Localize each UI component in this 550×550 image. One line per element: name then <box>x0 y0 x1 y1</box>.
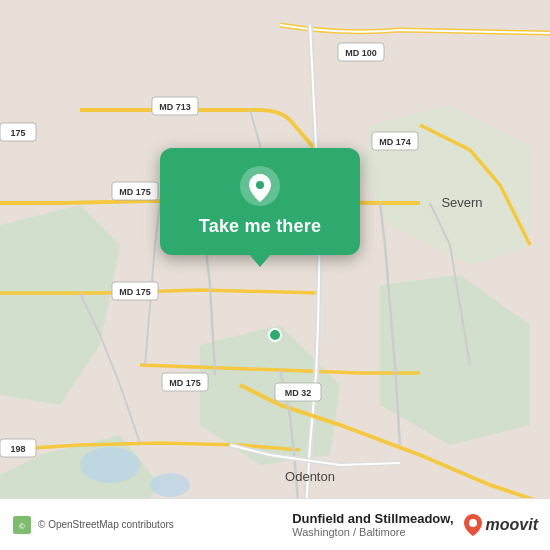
svg-marker-4 <box>380 275 530 445</box>
svg-text:MD 713: MD 713 <box>159 102 191 112</box>
svg-text:MD 175: MD 175 <box>169 378 201 388</box>
svg-text:MD 175: MD 175 <box>119 287 151 297</box>
svg-marker-0 <box>0 205 120 405</box>
svg-text:198: 198 <box>10 444 25 454</box>
attribution-section: © © OpenStreetMap contributors <box>12 515 292 535</box>
moovit-logo: moovit <box>464 514 538 536</box>
location-info: Dunfield and Stillmeadow, Washington / B… <box>292 511 453 538</box>
svg-point-5 <box>80 447 140 483</box>
svg-text:175: 175 <box>10 128 25 138</box>
attribution-text: © OpenStreetMap contributors <box>38 519 292 530</box>
map-svg: MD 100 MD 713 175 MD 174 MD 175 MD 175 M… <box>0 0 550 550</box>
svg-text:MD 100: MD 100 <box>345 48 377 58</box>
moovit-text: moovit <box>486 516 538 534</box>
map-container: MD 100 MD 713 175 MD 174 MD 175 MD 175 M… <box>0 0 550 550</box>
svg-text:MD 32: MD 32 <box>285 388 312 398</box>
location-pin-icon <box>238 164 282 208</box>
svg-text:Severn: Severn <box>441 195 482 210</box>
svg-text:MD 175: MD 175 <box>119 187 151 197</box>
moovit-pin-icon <box>464 514 482 536</box>
svg-text:MD 174: MD 174 <box>379 137 411 147</box>
svg-text:Odenton: Odenton <box>285 469 335 484</box>
location-sub: Washington / Baltimore <box>292 526 453 538</box>
svg-point-33 <box>469 519 477 527</box>
location-name: Dunfield and Stillmeadow, <box>292 511 453 526</box>
svg-point-30 <box>256 181 264 189</box>
svg-text:©: © <box>19 522 25 531</box>
osm-logo: © <box>12 515 32 535</box>
take-me-there-button[interactable]: Take me there <box>199 216 321 237</box>
popup-card: Take me there <box>160 148 360 255</box>
svg-point-6 <box>150 473 190 497</box>
bottom-bar: © © OpenStreetMap contributors Dunfield … <box>0 498 550 550</box>
svg-point-27 <box>269 329 281 341</box>
